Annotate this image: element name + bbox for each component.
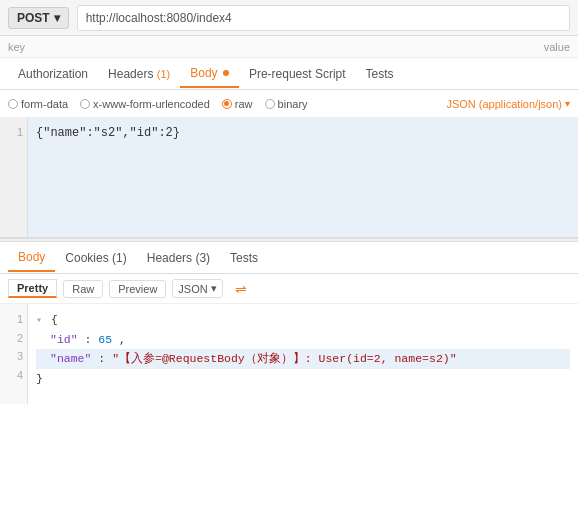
resp-format-select[interactable]: JSON ▾ [172,279,222,298]
key-label: key [8,41,289,53]
option-urlencoded[interactable]: x-www-form-urlencoded [80,98,210,110]
method-button[interactable]: POST ▾ [8,7,69,29]
body-options-row: form-data x-www-form-urlencoded raw bina… [0,90,578,118]
option-raw[interactable]: raw [222,98,253,110]
tab-tests-req[interactable]: Tests [356,61,404,87]
tab-headers[interactable]: Headers (1) [98,61,180,87]
request-tabs: Authorization Headers (1) Body Pre-reque… [0,58,578,90]
top-bar: POST ▾ [0,0,578,36]
tab-prerequest[interactable]: Pre-request Script [239,61,356,87]
collapse-icon: ▾ [36,315,42,326]
radio-binary [265,99,275,109]
resp-line-3: "name" : "【入参=@RequestBody（对象）】: User(id… [36,349,570,369]
request-code-editor[interactable]: 1 {"name":"s2","id":2} [0,118,578,238]
option-binary[interactable]: binary [265,98,308,110]
resp-tab-tests[interactable]: Tests [220,245,268,271]
resp-tab-cookies[interactable]: Cookies (1) [55,245,136,271]
response-code-area: 1 2 3 4 ▾ { "id" : 65 , "name" : "【入参=@R… [0,304,578,404]
resp-btn-preview[interactable]: Preview [109,280,166,298]
option-formdata[interactable]: form-data [8,98,68,110]
resp-btn-pretty[interactable]: Pretty [8,279,57,298]
resp-line-2: "id" : 65 , [36,330,570,350]
resp-format-chevron: ▾ [211,282,217,295]
radio-raw [222,99,232,109]
method-chevron: ▾ [54,11,60,25]
key-value-row: key value [0,36,578,58]
method-label: POST [17,11,50,25]
resp-btn-raw[interactable]: Raw [63,280,103,298]
resp-code-content: ▾ { "id" : 65 , "name" : "【入参=@RequestBo… [28,304,578,404]
json-type-select[interactable]: JSON (application/json) ▾ [446,98,570,110]
req-line-numbers: 1 [0,118,28,237]
resp-line-1: ▾ { [36,310,570,330]
response-tabs: Body Cookies (1) Headers (3) Tests [0,242,578,274]
headers-badge: (1) [157,68,170,80]
radio-formdata [8,99,18,109]
body-dot [223,70,229,76]
resp-tab-headers[interactable]: Headers (3) [137,245,220,271]
resp-line-4: } [36,369,570,389]
req-code-content[interactable]: {"name":"s2","id":2} [28,118,578,237]
radio-urlencoded [80,99,90,109]
response-toolbar: Pretty Raw Preview JSON ▾ ⇌ [0,274,578,304]
tab-authorization[interactable]: Authorization [8,61,98,87]
resp-tab-body[interactable]: Body [8,244,55,272]
tab-body[interactable]: Body [180,60,239,88]
url-input[interactable] [77,5,570,31]
json-chevron: ▾ [565,98,570,109]
wrap-icon[interactable]: ⇌ [235,281,247,297]
value-label: value [289,41,570,53]
resp-line-numbers: 1 2 3 4 [0,304,28,404]
